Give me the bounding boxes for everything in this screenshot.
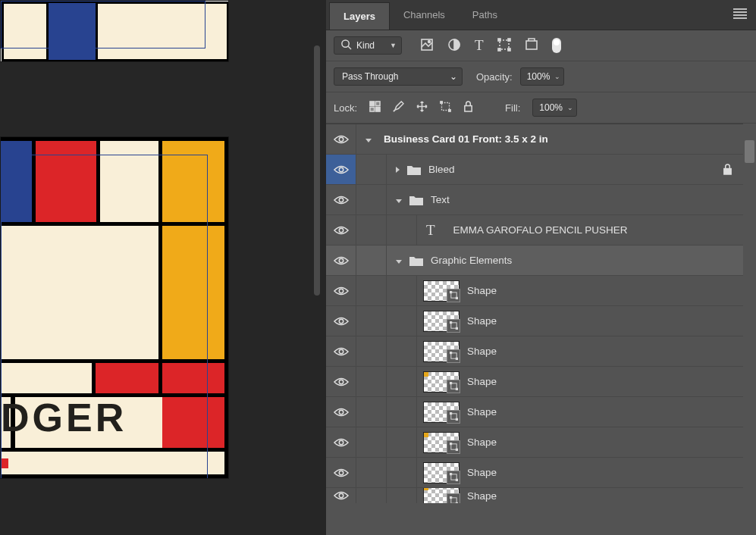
layer-shape[interactable]: Shape [326,427,743,458]
svg-rect-9 [508,48,510,51]
expand-toggle[interactable] [396,164,400,175]
layer-shape[interactable]: Shape [326,458,743,488]
expand-toggle[interactable] [396,255,402,266]
opacity-input[interactable]: 100% ⌄ [520,67,565,86]
svg-rect-35 [450,352,452,354]
svg-rect-56 [456,502,458,503]
svg-point-33 [339,349,343,353]
folder-icon [409,195,423,205]
svg-rect-48 [456,449,458,451]
svg-point-19 [339,137,343,141]
layer-name: Shape [467,285,497,296]
lock-indicator-icon [723,164,732,175]
expand-toggle[interactable] [396,194,402,205]
visibility-toggle[interactable] [326,185,356,214]
visibility-toggle[interactable] [326,488,356,503]
layer-thumbnail[interactable] [423,280,460,302]
layer-thumbnail[interactable] [423,488,460,503]
layer-bleed[interactable]: Bleed [326,155,743,185]
blend-mode-value: Pass Through [342,71,399,82]
svg-rect-28 [456,297,458,299]
svg-rect-13 [370,107,375,111]
layer-name: Bleed [428,164,455,175]
layer-text-group[interactable]: Text [326,185,743,215]
svg-point-41 [339,410,343,414]
folder-icon [407,164,421,175]
filter-kind-label: Kind [356,40,375,51]
visibility-toggle[interactable] [326,336,356,366]
visibility-toggle[interactable] [326,397,356,427]
layer-shape[interactable]: Shape [326,488,743,503]
svg-rect-6 [498,39,500,41]
canvas-scrollbar[interactable] [309,0,326,535]
svg-rect-8 [498,48,500,51]
layer-thumbnail[interactable] [423,371,460,393]
svg-point-45 [339,440,343,444]
visibility-toggle[interactable] [326,124,356,154]
layer-thumbnail[interactable] [423,402,460,423]
panel-menu-icon[interactable] [733,8,747,19]
fill-value: 100% [539,102,563,113]
svg-rect-7 [508,39,510,41]
layer-shape[interactable]: Shape [326,336,743,367]
layer-graphic-elements[interactable]: Graphic Elements [326,246,743,276]
search-icon [340,39,352,52]
type-layer-icon: T [426,222,435,239]
visibility-toggle[interactable] [326,246,356,275]
svg-point-25 [339,289,343,293]
artboard-bottom[interactable]: DGER :ARTFUL@EXAMPLE.COM [0,136,229,479]
visibility-toggle[interactable] [326,155,356,184]
layer-list[interactable]: Business Card 01 Front: 3.5 x 2 in Bleed [326,124,743,535]
tab-layers[interactable]: Layers [329,2,390,30]
vector-mask-icon [447,471,460,484]
layer-name: Shape [467,490,497,502]
layer-thumbnail[interactable] [423,311,460,332]
layer-name: Shape [467,467,497,478]
filter-adjust-icon[interactable] [447,38,461,54]
expand-toggle[interactable] [365,133,372,145]
panel-scrollbar[interactable] [743,140,756,534]
layer-artboard-root[interactable]: Business Card 01 Front: 3.5 x 2 in [326,124,743,155]
visibility-toggle[interactable] [326,367,356,396]
layer-name: Shape [467,315,497,327]
visibility-toggle[interactable] [326,306,356,336]
opacity-value: 100% [527,71,551,82]
tab-channels[interactable]: Channels [390,0,459,30]
lock-all-icon[interactable] [463,101,473,114]
lock-position-icon[interactable] [416,101,428,114]
visibility-toggle[interactable] [326,458,356,487]
visibility-toggle[interactable] [326,276,356,305]
vector-mask-icon [447,349,460,363]
lock-artboard-icon[interactable] [440,101,451,114]
visibility-toggle[interactable] [326,427,356,457]
artboard-top[interactable] [0,0,229,62]
layer-shape[interactable]: Shape [326,367,743,397]
fill-input[interactable]: 100% ⌄ [532,99,577,117]
vector-mask-icon [447,319,460,333]
svg-point-3 [428,40,431,42]
filter-shape-icon[interactable] [497,38,511,54]
fill-label: Fill: [505,102,520,114]
lock-pixels-icon[interactable] [369,101,381,114]
lock-label: Lock: [334,102,357,114]
visibility-toggle[interactable] [326,215,356,245]
filter-type-icon[interactable]: T [475,37,484,54]
headline-text[interactable]: DGER [1,395,127,440]
layer-shape[interactable]: Shape [326,397,743,427]
filter-kind-dropdown[interactable]: Kind ▼ [334,36,402,55]
filter-smartobj-icon[interactable] [525,38,538,54]
canvas-area[interactable]: DGER :ARTFUL@EXAMPLE.COM [0,0,318,535]
layer-thumbnail[interactable] [423,462,460,483]
lock-brush-icon[interactable] [393,101,404,114]
tab-paths[interactable]: Paths [459,0,511,30]
blend-mode-dropdown[interactable]: Pass Through ⌄ [334,67,463,86]
layer-shape[interactable]: Shape [326,306,743,336]
layer-shape[interactable]: Shape [326,276,743,306]
layer-text-emma[interactable]: T EMMA GAROFALO PENCIL PUSHER [326,215,743,246]
opacity-label: Opacity: [476,71,513,83]
layer-thumbnail[interactable] [423,341,460,362]
filter-toggle-switch[interactable] [552,38,561,53]
layer-thumbnail[interactable] [423,432,460,453]
filter-pixel-icon[interactable] [420,38,434,54]
svg-rect-31 [450,321,452,324]
